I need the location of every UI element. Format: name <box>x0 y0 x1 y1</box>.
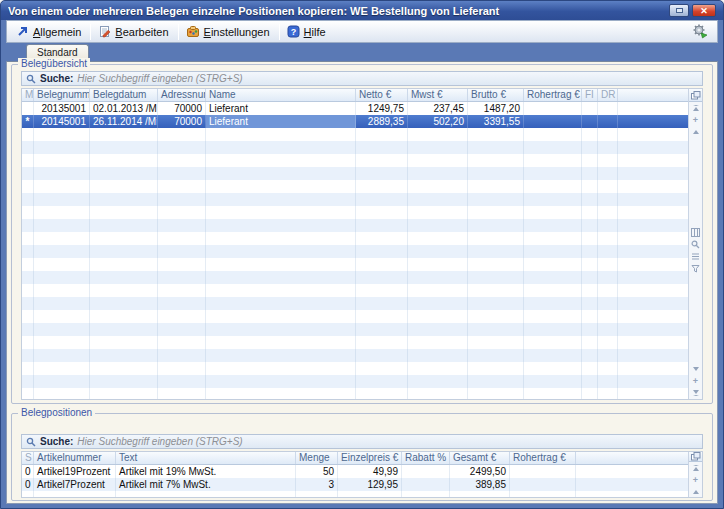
beleguebersicht-search-bar[interactable]: Suche: <box>21 71 703 86</box>
empty-cell <box>356 245 408 258</box>
beleguebersicht-search-input[interactable] <box>77 73 698 84</box>
empty-cell <box>356 297 408 310</box>
empty-cell <box>90 128 158 141</box>
beleg-row-20145001-selected[interactable]: * 20145001 26.11.2014 /Mi 70000 Lieferan… <box>22 115 688 128</box>
empty-cell <box>408 141 468 154</box>
column-header-belegnummer[interactable]: Belegnumme <box>34 89 90 101</box>
empty-cell <box>22 284 34 297</box>
column-header-adressnummer[interactable]: Adressnumm <box>158 89 206 101</box>
column-header-s[interactable]: S <box>22 452 34 464</box>
window-title: Von einem oder mehreren Belegen einzelne… <box>8 5 666 17</box>
empty-cell <box>468 232 524 245</box>
empty-cell <box>206 323 356 336</box>
toolbar-separator <box>178 24 179 40</box>
column-header-belegdatum[interactable]: Belegdatum <box>90 89 158 101</box>
magnifier-icon[interactable] <box>690 239 702 251</box>
empty-cell <box>356 180 408 193</box>
empty-cell <box>618 206 688 219</box>
einstellungen-button[interactable]: Einstellungen <box>182 23 276 40</box>
empty-cell <box>598 271 618 284</box>
title-bar[interactable]: Von einem oder mehreren Belegen einzelne… <box>1 1 723 20</box>
name-cell-focused: Lieferant <box>206 115 356 128</box>
column-header-name[interactable]: Name <box>206 89 356 101</box>
belegpositionen-search-bar[interactable]: Suche: <box>21 434 703 449</box>
position-row-artikel7prozent[interactable]: 0 Artikel7Prozent Artikel mit 7% MwSt. 3… <box>22 478 688 491</box>
table-row-empty <box>22 232 688 245</box>
empty-cell <box>598 284 618 297</box>
svg-text:?: ? <box>290 27 296 37</box>
empty-cell <box>22 219 34 232</box>
empty-cell <box>524 323 582 336</box>
empty-cell <box>158 193 206 206</box>
empty-cell <box>34 167 90 180</box>
empty-cell <box>524 180 582 193</box>
empty-cell <box>158 362 206 375</box>
gesamt-cell: 2499,50 <box>450 465 510 478</box>
column-header-einzelpreis[interactable]: Einzelpreis € <box>338 452 402 464</box>
gear-refresh-icon[interactable] <box>692 24 708 39</box>
scroll-page-up-icon[interactable]: + <box>690 114 702 126</box>
scroll-first-icon[interactable] <box>690 462 702 474</box>
column-header-text[interactable]: Text <box>116 452 296 464</box>
scroll-up-icon[interactable] <box>690 486 702 497</box>
empty-cell <box>408 193 468 206</box>
column-header-dr[interactable]: DR <box>598 89 618 101</box>
column-header-artikelnummer[interactable]: Artikelnummer <box>34 452 116 464</box>
position-row-artikel19prozent[interactable]: 0 Artikel19Prozent Artikel mit 19% MwSt.… <box>22 465 688 478</box>
column-header-gesamt[interactable]: Gesamt € <box>450 452 510 464</box>
empty-cell <box>22 362 34 375</box>
column-chooser-icon[interactable] <box>689 452 703 462</box>
column-header-rohertrag[interactable]: Rohertrag € <box>524 89 582 101</box>
scroll-last-icon[interactable] <box>690 387 702 399</box>
empty-cell <box>618 362 688 375</box>
column-header-rohertrag[interactable]: Rohertrag € <box>510 452 576 464</box>
empty-cell <box>206 310 356 323</box>
empty-cell <box>90 258 158 271</box>
empty-cell <box>158 336 206 349</box>
scroll-first-icon[interactable] <box>690 102 702 114</box>
empty-cell <box>598 245 618 258</box>
empty-cell <box>468 336 524 349</box>
allgemein-button[interactable]: Allgemein <box>12 23 87 40</box>
empty-cell <box>34 219 90 232</box>
empty-cell <box>22 128 34 141</box>
column-header-fi[interactable]: FI <box>582 89 598 101</box>
empty-cell <box>524 388 582 399</box>
empty-cell <box>34 128 90 141</box>
empty-cell <box>356 271 408 284</box>
card-view-icon[interactable] <box>690 227 702 239</box>
column-header-m[interactable]: M <box>22 89 34 101</box>
empty-cell <box>22 154 34 167</box>
column-header-netto[interactable]: Netto € <box>356 89 408 101</box>
empty-cell <box>618 284 688 297</box>
scroll-down-icon[interactable] <box>690 363 702 375</box>
status-cell: 0 <box>22 478 34 491</box>
scroll-page-down-icon[interactable]: + <box>690 375 702 387</box>
belegpositionen-search-input[interactable] <box>77 436 698 447</box>
list-view-icon[interactable] <box>690 251 702 263</box>
empty-cell <box>468 154 524 167</box>
empty-cell <box>356 128 408 141</box>
column-header-rabatt[interactable]: Rabatt % <box>402 452 450 464</box>
beleg-row-20135001[interactable]: 20135001 02.01.2013 /Mi 70000 Lieferant … <box>22 102 688 115</box>
column-header-mwst[interactable]: Mwst € <box>408 89 468 101</box>
empty-cell <box>206 206 356 219</box>
empty-cell <box>408 232 468 245</box>
empty-cell <box>90 388 158 399</box>
bearbeiten-button[interactable]: Bearbeiten <box>94 23 174 40</box>
dr-cell <box>598 102 618 115</box>
column-header-brutto[interactable]: Brutto € <box>468 89 524 101</box>
hilfe-button[interactable]: ? Hilfe <box>283 23 332 40</box>
filter-icon[interactable] <box>690 263 702 275</box>
column-chooser-icon[interactable] <box>689 89 703 102</box>
scroll-page-up-icon[interactable]: + <box>690 474 702 486</box>
column-header-menge[interactable]: Menge <box>296 452 338 464</box>
empty-cell <box>408 349 468 362</box>
close-button[interactable]: ✕ <box>692 4 716 17</box>
empty-cell <box>90 271 158 284</box>
scroll-up-icon[interactable] <box>690 126 702 138</box>
restore-button[interactable] <box>669 4 689 17</box>
empty-cell <box>618 388 688 399</box>
empty-cell <box>206 258 356 271</box>
empty-cell <box>524 219 582 232</box>
